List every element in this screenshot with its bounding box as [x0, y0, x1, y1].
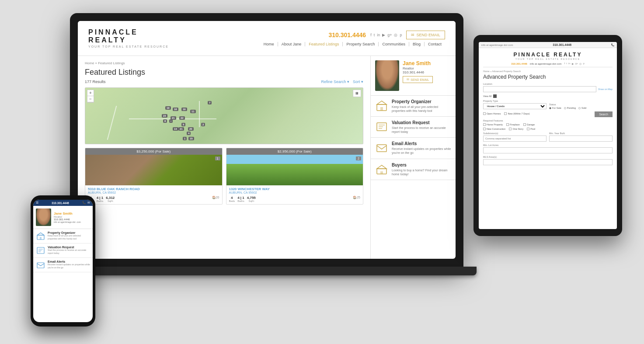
map-pin-16[interactable]: 16 — [181, 108, 187, 111]
zoom-out-button[interactable]: − — [87, 96, 94, 102]
phone-agent-card: Jane Smith Realtor 310.301.4446 info at … — [33, 206, 93, 229]
hamburger-icon[interactable]: ☰ — [36, 201, 38, 205]
refine-search-button[interactable]: Refine Search ▾ — [321, 80, 349, 84]
site-header: PINNACLE REALTY YOUR TOP REAL ESTATE RES… — [78, 21, 456, 56]
map-pin-dot[interactable]: • — [169, 119, 173, 123]
map-pin-20[interactable]: 20 — [188, 127, 194, 131]
nav-featured[interactable]: Featured Listings — [305, 42, 343, 46]
min-year-input[interactable] — [549, 136, 613, 142]
feature-new-construction[interactable]: New Construction — [483, 128, 505, 130]
widget-email-alerts[interactable]: Email Alerts Receive instant updates on … — [371, 138, 456, 159]
map-pin-19[interactable]: 19 — [165, 106, 171, 110]
tablet-linkedin-icon[interactable]: in — [568, 62, 571, 65]
map-pin-23[interactable]: 23 — [162, 114, 167, 118]
location-input[interactable] — [483, 86, 596, 92]
new-within-7-checkbox[interactable]: New (Within 7 Days) — [504, 112, 529, 115]
listing-2-address: 1320 WINCHESTER WAY AUBURN, CA 95602 — [226, 185, 363, 195]
location-row: Location Draw on Map — [483, 83, 613, 92]
tablet-contact-phone[interactable]: 310.301.4446 — [511, 63, 527, 65]
pinterest-icon[interactable]: p — [400, 33, 402, 37]
status-sold[interactable]: Sold — [578, 107, 586, 109]
tablet-twitter-icon[interactable]: t — [566, 62, 567, 65]
map-pin-22[interactable]: 22 — [179, 116, 185, 120]
instagram-icon[interactable]: ◎ — [394, 33, 397, 37]
map-pin-14[interactable]: 14 — [173, 127, 178, 131]
tablet-instagram-icon[interactable]: ◎ — [579, 62, 581, 65]
zoom-in-button[interactable]: + — [87, 90, 94, 96]
youtube-icon[interactable]: ▶ — [382, 33, 385, 37]
map-pin-1[interactable]: 1 — [183, 137, 187, 140]
nav-contact[interactable]: Contact — [425, 42, 445, 46]
facebook-icon[interactable]: f — [370, 33, 372, 37]
feature-one-story[interactable]: One Story — [509, 128, 523, 130]
tablet-youtube-icon[interactable]: ▶ — [572, 62, 574, 65]
map-pin-21b[interactable]: 21 — [178, 127, 184, 131]
nav-about[interactable]: About Jane — [278, 42, 306, 46]
listing-2-street[interactable]: 1320 WINCHESTER WAY — [229, 187, 361, 191]
subdivision-input[interactable] — [483, 136, 547, 142]
widget-email-alerts-text: Email Alerts Receive instant updates on … — [392, 141, 451, 155]
open-homes-checkbox[interactable]: Open Homes — [483, 112, 501, 115]
property-type-select[interactable]: House / Condo — [483, 103, 547, 109]
nav-communities[interactable]: Communities — [379, 42, 409, 46]
tablet-logo-sub: YOUR TOP REAL ESTATE RESOURCE — [483, 58, 613, 60]
phone-call-icon[interactable]: 📞 — [82, 201, 86, 205]
listing-2-save[interactable]: 🏠25 — [353, 196, 360, 202]
draw-on-map-link[interactable]: Draw on Map — [598, 88, 613, 90]
tablet-page-title: Advanced Property Search — [483, 74, 613, 80]
map-pin-5[interactable]: 5 — [181, 123, 185, 126]
feature-garage[interactable]: Garage — [523, 123, 535, 126]
send-email-button[interactable]: ✉ SEND EMAIL — [406, 31, 445, 39]
feature-pool[interactable]: Pool — [527, 128, 535, 130]
min-lot-input[interactable] — [483, 147, 613, 153]
header-phone[interactable]: 310.301.4446 — [329, 31, 366, 38]
map-pin-2[interactable]: 2 — [201, 123, 205, 126]
tablet-googleplus-icon[interactable]: g+ — [575, 62, 578, 65]
agent-phone[interactable]: 310.301.4446 — [403, 70, 451, 74]
listing-1-image[interactable]: 1 — [85, 155, 222, 185]
agent-send-email-button[interactable]: ✉ SEND EMAIL — [403, 76, 433, 83]
status-pending[interactable]: Pending — [564, 107, 576, 109]
map-pin-7[interactable]: 7 — [208, 101, 212, 104]
googleplus-icon[interactable]: g+ — [387, 33, 392, 37]
phone-status-phone[interactable]: 310.301.4446 — [52, 202, 69, 205]
features-row-1: Home Property Fireplace Garage — [483, 123, 613, 126]
widget-buyers[interactable]: Buyers Looking to buy a home? Find your … — [371, 159, 456, 180]
map-pin-4[interactable]: 4 — [187, 132, 191, 135]
sort-button[interactable]: Sort ▾ — [353, 80, 363, 84]
phone-widget-property-organizer-title: Property Organizer — [48, 231, 90, 234]
listing-1-street[interactable]: 5310 BLUE OAK RANCH ROAD — [88, 187, 219, 191]
svg-rect-6 — [377, 145, 386, 152]
linkedin-icon[interactable]: in — [377, 33, 380, 37]
phone-widget-property-organizer[interactable]: Property Organizer Keep track of all you… — [33, 229, 93, 243]
status-field: Status For Sale Pending — [549, 103, 613, 109]
status-for-sale[interactable]: For Sale — [549, 107, 561, 109]
map-pin-11[interactable]: 11 — [190, 110, 196, 113]
mls-input[interactable] — [483, 159, 613, 165]
widget-valuation[interactable]: Valuation Request Start the process to r… — [371, 117, 456, 138]
phone-widget-email-alerts[interactable]: Email Alerts Receive instant updates on … — [33, 258, 93, 272]
phone-widget-valuation[interactable]: Valuation Request Start the process to r… — [33, 243, 93, 258]
map-layers-button[interactable]: ⊞ — [353, 90, 361, 97]
status-radios: For Sale Pending Sold — [549, 107, 613, 109]
map-pin-18[interactable]: 18 — [173, 108, 178, 111]
tablet-pinterest-icon[interactable]: p — [583, 62, 584, 65]
listing-2-image[interactable]: 2 — [226, 155, 363, 185]
widget-property-organizer[interactable]: Property Organizer Keep track of all you… — [371, 96, 456, 117]
phone-email-icon[interactable]: ✉ — [87, 201, 90, 205]
phone-agent-email[interactable]: info at agentimage-dot .com — [54, 221, 90, 223]
nav-search[interactable]: Property Search — [343, 42, 379, 46]
listing-1-save[interactable]: 🏠20 — [212, 196, 219, 202]
map-pin-15[interactable]: 15 — [188, 137, 194, 140]
tablet-phone[interactable]: 310.301.4446 — [553, 43, 571, 46]
feature-home-property[interactable]: Home Property — [483, 123, 503, 126]
feature-fireplace[interactable]: Fireplace — [506, 123, 520, 126]
map-pin-8[interactable]: 8 — [163, 119, 167, 123]
search-button[interactable]: Search — [595, 111, 613, 117]
twitter-icon[interactable]: t — [374, 33, 375, 37]
nav-blog[interactable]: Blog — [409, 42, 425, 46]
view-all-checkbox[interactable] — [493, 94, 497, 98]
agent-info: Jane Smith Realtor 310.301.4446 ✉ SEND E… — [403, 60, 451, 91]
tablet-facebook-icon[interactable]: f — [564, 62, 565, 65]
nav-home[interactable]: Home — [260, 42, 278, 46]
